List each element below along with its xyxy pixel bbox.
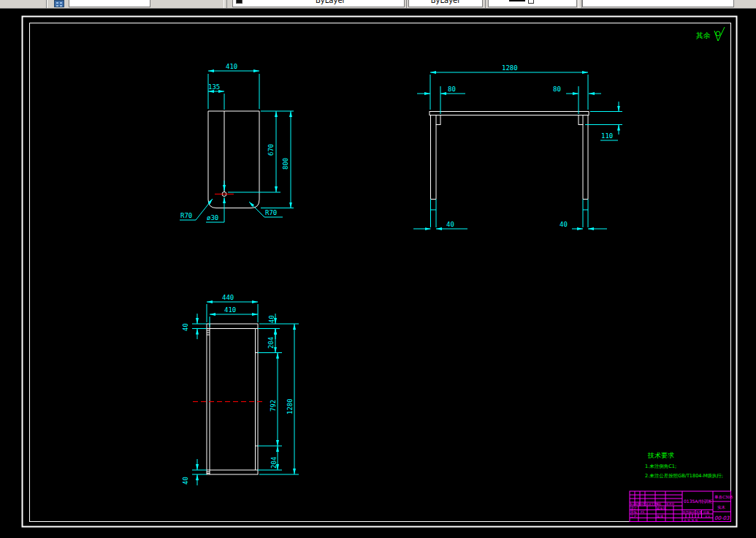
dim-r70-left: R70 — [180, 212, 192, 219]
front-view: 1280 80 80 110 40 40 — [413, 64, 622, 229]
tech-line-2: 2.未注公差按照GB/T1804-M级执行; — [645, 473, 723, 479]
side-panel-outline — [208, 111, 259, 208]
dim-40-foot-left: 40 — [446, 221, 454, 228]
side-panel-dim-lines — [180, 71, 294, 222]
toolbar-separator — [406, 0, 407, 8]
dim-440: 440 — [222, 294, 234, 301]
label-approve: 批准 — [656, 515, 664, 518]
surface-finish-note: 其余 — [696, 27, 725, 41]
dim-40-foot-right: 40 — [560, 221, 568, 228]
dim-1280-plan: 1280 — [286, 398, 294, 414]
color-combo[interactable]: ByLayer — [232, 0, 405, 7]
dim-135: 135 — [208, 83, 220, 91]
plan-outline — [207, 324, 258, 474]
dim-80-left: 80 — [448, 86, 456, 93]
dim-792: 792 — [270, 400, 277, 412]
front-outline — [429, 112, 589, 200]
cad-application-window: 其余 — [0, 0, 756, 538]
tech-title: 技术要求 — [647, 452, 674, 459]
plot-style-combo[interactable] — [582, 0, 734, 7]
dim-204-top: 204 — [267, 337, 275, 349]
lineweight-preview-icon — [509, 0, 525, 1]
toolbar-separator-highlight — [47, 0, 47, 8]
linetype-combo-value: ByLayer — [431, 0, 461, 4]
rev-header-date: 年月日 — [665, 502, 674, 506]
title-drawing-no: 00-03 — [714, 515, 730, 521]
label-process: 工艺 — [630, 514, 638, 518]
surface-note-text: 其余 — [696, 31, 711, 39]
label-weight: 质量 — [696, 510, 702, 514]
dim-670: 670 — [267, 144, 275, 156]
dim-1280-front: 1280 — [502, 64, 518, 72]
title-block: 0135A/特训柜 单县C306 实木 00-03 标记 处数 分区 更改文件号… — [630, 491, 733, 522]
cad-canvas: 其余 — [0, 0, 756, 538]
toolbar-separator — [485, 0, 486, 8]
dim-r70-right: R70 — [265, 209, 277, 216]
rev-header-sign: 签名 — [656, 502, 662, 506]
tech-line-1: 1.未注倒角C1; — [645, 463, 676, 469]
layer-combo[interactable] — [69, 0, 150, 7]
dim-110: 110 — [601, 132, 613, 140]
front-dim-lines — [413, 72, 622, 229]
title-code: 单县C306 — [714, 495, 733, 499]
properties-toolbar: ByLayer ByLayer — [0, 0, 756, 9]
dim-410-plan: 410 — [224, 306, 236, 314]
dim-40-top-left: 40 — [182, 323, 189, 331]
dim-204-bottom: 204 — [270, 457, 278, 469]
dim-hole: ø30 — [207, 214, 218, 221]
dim-80-right: 80 — [553, 86, 561, 93]
dim-410: 410 — [226, 63, 237, 70]
tech-requirements: 技术要求 1.未注倒角C1; 2.未注公差按照GB/T1804-M级执行; — [645, 452, 723, 479]
color-combo-value: ByLayer — [316, 0, 345, 4]
layers-icon[interactable] — [54, 0, 64, 7]
lineweight-box-icon — [528, 0, 534, 4]
sheet-frame — [23, 17, 737, 527]
sheet-count: 共 张 第 张 — [684, 518, 698, 522]
title-material: 实木 — [717, 505, 726, 509]
label-design: 设计 — [630, 506, 638, 510]
side-panel-view: 410 135 670 800 R70 R70 ø30 — [180, 63, 294, 222]
plan-dim-lines — [192, 302, 299, 485]
dim-40-bottom-left: 40 — [182, 477, 189, 485]
lineweight-combo[interactable] — [488, 0, 577, 7]
dim-40-top-right: 40 — [268, 315, 275, 323]
color-swatch-icon — [236, 0, 243, 4]
scale-value: ×× — [705, 515, 711, 518]
linetype-combo[interactable]: ByLayer — [408, 0, 483, 7]
surface-roughness-icon — [714, 27, 725, 41]
plan-view: 440 410 40 40 204 792 204 40 1280 — [182, 294, 299, 485]
label-audit: 审核 — [630, 510, 638, 514]
dim-800: 800 — [282, 158, 289, 170]
title-product: 0135A/特训柜 — [684, 499, 712, 504]
toolbar-grip[interactable] — [224, 0, 227, 8]
